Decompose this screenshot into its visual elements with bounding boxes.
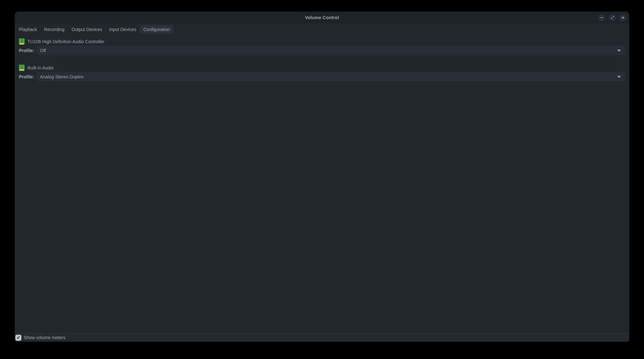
tab-output-devices[interactable]: Output Devices (72, 25, 102, 34)
window-title: Volume Control (15, 15, 629, 20)
maximize-button[interactable] (609, 14, 616, 21)
close-button[interactable]: × (619, 14, 627, 21)
tab-recording[interactable]: Recording (44, 25, 65, 34)
tab-input-devices[interactable]: Input Devices (109, 25, 136, 34)
show-volume-meters-label: Show volume meters (24, 335, 66, 340)
maximize-icon (611, 16, 614, 19)
device-name: Built-in Audio (27, 65, 54, 70)
profile-select-builtin[interactable]: Analog Stereo Duplex (36, 72, 625, 82)
titlebar: Volume Control − × (15, 12, 629, 23)
minimize-button[interactable]: − (598, 14, 606, 21)
profile-row-builtin: Profile: Analog Stereo Duplex (19, 72, 625, 82)
window-controls: − × (598, 14, 629, 21)
audio-card-icon: ♫ (19, 38, 25, 45)
empty-area (19, 91, 625, 333)
tab-playback[interactable]: Playback (19, 25, 37, 34)
check-icon: ✔ (17, 335, 20, 340)
footer-bar: ✔ Show volume meters (15, 333, 629, 342)
profile-selected-value: Analog Stereo Duplex (40, 74, 83, 79)
profile-label: Profile: (19, 48, 36, 53)
minimize-icon: − (600, 15, 604, 20)
audio-card-icon: ♫ (19, 65, 25, 71)
show-volume-meters-checkbox[interactable]: ✔ (15, 335, 21, 341)
profile-row-tu106: Profile: Off (19, 46, 625, 55)
chevron-down-icon (617, 50, 621, 52)
device-name: TU106 High Definition Audio Controller (27, 39, 104, 44)
tab-bar: Playback Recording Output Devices Input … (15, 23, 629, 35)
device-header-tu106: ♫ TU106 High Definition Audio Controller (19, 38, 625, 45)
device-header-builtin: ♫ Built-in Audio (19, 65, 625, 71)
configuration-panel: ♫ TU106 High Definition Audio Controller… (15, 35, 629, 333)
profile-selected-value: Off (40, 48, 46, 53)
profile-label: Profile: (19, 74, 36, 79)
close-icon: × (621, 15, 625, 20)
chevron-down-icon (617, 76, 621, 78)
profile-select-tu106[interactable]: Off (36, 46, 625, 55)
volume-control-window: Volume Control − × Playback Recording Ou… (15, 12, 629, 342)
tab-configuration[interactable]: Configuration (140, 25, 173, 34)
